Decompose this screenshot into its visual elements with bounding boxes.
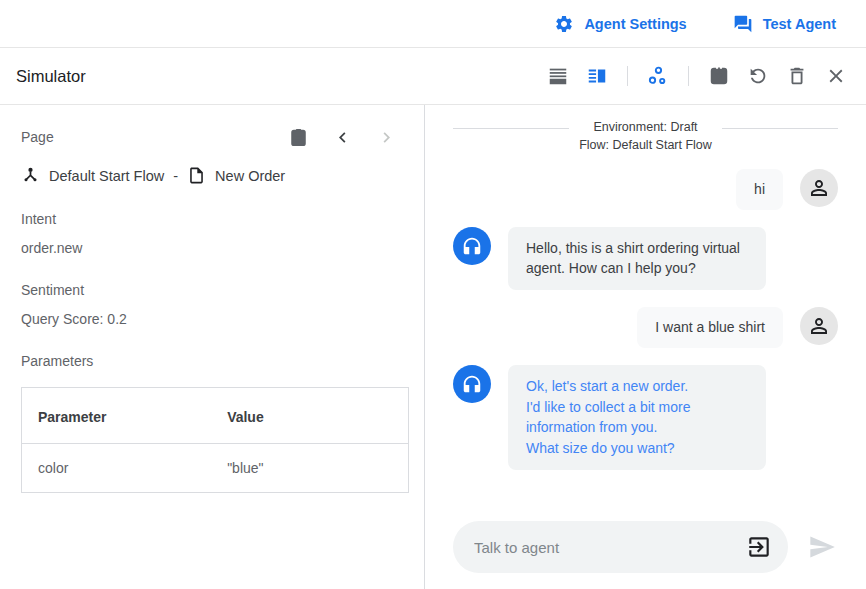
parameter-column-header: Parameter xyxy=(22,388,212,444)
parameter-name-cell: color xyxy=(22,444,212,493)
simulator-header: Simulator xyxy=(0,48,866,105)
top-app-bar: Agent Settings Test Agent xyxy=(0,0,866,48)
page-name-link[interactable]: New Order xyxy=(215,168,285,184)
page-file-icon xyxy=(187,166,206,185)
agent-settings-label: Agent Settings xyxy=(584,16,686,32)
agent-settings-button[interactable]: Agent Settings xyxy=(554,14,686,34)
intent-label: Intent xyxy=(21,211,408,227)
parameters-label: Parameters xyxy=(21,353,408,369)
breadcrumb-dash: - xyxy=(173,168,178,184)
flow-icon xyxy=(21,166,40,185)
sentiment-value: Query Score: 0.2 xyxy=(21,311,408,327)
input-method-icon[interactable] xyxy=(746,534,772,560)
page-label: Page xyxy=(21,129,54,145)
headset-icon xyxy=(461,235,483,257)
parameter-value-cell: "blue" xyxy=(211,444,408,493)
divider-line xyxy=(453,128,569,129)
parameters-table-header-row: Parameter Value xyxy=(22,388,409,444)
person-icon xyxy=(807,314,831,338)
chat-message-list: hi Hello, this is a shirt ordering virtu… xyxy=(453,169,838,470)
page-actions xyxy=(286,125,408,149)
value-column-header: Value xyxy=(211,388,408,444)
compact-view-icon[interactable] xyxy=(546,64,570,88)
chevron-right-icon[interactable] xyxy=(374,125,398,149)
test-agent-label: Test Agent xyxy=(763,16,836,32)
gear-icon xyxy=(554,14,574,34)
toolbar-separator xyxy=(688,66,689,86)
simulator-toolbar xyxy=(546,64,848,88)
talk-to-agent-field[interactable] xyxy=(453,521,788,573)
environment-header: Environment: Draft Flow: Default Start F… xyxy=(453,119,838,154)
simulator-body: Page Default Start Flow - New Order Inte… xyxy=(0,105,866,589)
divider-line xyxy=(722,128,838,129)
headset-icon xyxy=(461,373,483,395)
state-panel: Page Default Start Flow - New Order Inte… xyxy=(0,105,425,589)
chat-row-agent: Ok, let's start a new order. I'd like to… xyxy=(453,365,838,470)
agent-avatar xyxy=(453,365,491,403)
user-avatar xyxy=(800,307,838,345)
flow-page-breadcrumb: Default Start Flow - New Order xyxy=(21,166,408,185)
chat-row-agent: Hello, this is a shirt ordering virtual … xyxy=(453,227,838,290)
environment-flow: Flow: Default Start Flow xyxy=(579,137,712,155)
page-row: Page xyxy=(21,125,408,149)
sentiment-label: Sentiment xyxy=(21,282,408,298)
clipboard-icon[interactable] xyxy=(286,125,310,149)
parameters-table: Parameter Value color "blue" xyxy=(21,387,409,493)
chevron-left-icon[interactable] xyxy=(330,125,354,149)
close-icon[interactable] xyxy=(824,64,848,88)
test-agent-button[interactable]: Test Agent xyxy=(733,14,836,34)
table-row: color "blue" xyxy=(22,444,409,493)
restart-icon[interactable] xyxy=(746,64,770,88)
person-icon xyxy=(807,176,831,200)
chat-bubbles-icon xyxy=(733,14,753,34)
intent-value: order.new xyxy=(21,240,408,256)
simulator-title: Simulator xyxy=(16,67,86,86)
chat-bubble-user: I want a blue shirt xyxy=(637,307,783,348)
toolbar-separator xyxy=(627,66,628,86)
environment-info: Environment: Draft Flow: Default Start F… xyxy=(569,119,722,154)
user-avatar xyxy=(800,169,838,207)
flow-graph-icon[interactable] xyxy=(646,64,670,88)
flow-name-link[interactable]: Default Start Flow xyxy=(49,168,164,184)
chat-bubble-agent: Ok, let's start a new order. I'd like to… xyxy=(508,365,766,470)
agent-avatar xyxy=(453,227,491,265)
chat-input-row xyxy=(453,521,838,573)
delete-icon[interactable] xyxy=(785,64,809,88)
chat-row-user: hi xyxy=(453,169,838,210)
save-conversation-icon[interactable] xyxy=(707,64,731,88)
chat-row-user: I want a blue shirt xyxy=(453,307,838,348)
conversation-panel: Environment: Draft Flow: Default Start F… xyxy=(425,105,866,589)
environment-name: Environment: Draft xyxy=(579,119,712,137)
chat-bubble-agent: Hello, this is a shirt ordering virtual … xyxy=(508,227,766,290)
talk-to-agent-input[interactable] xyxy=(474,539,746,556)
split-view-icon[interactable] xyxy=(585,64,609,88)
chat-bubble-user: hi xyxy=(736,169,783,210)
send-icon[interactable] xyxy=(808,533,836,561)
